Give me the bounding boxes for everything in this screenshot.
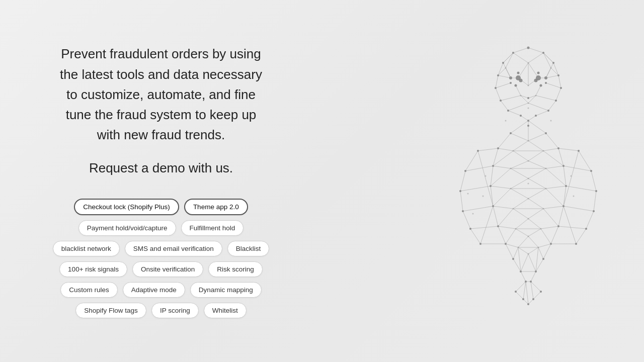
svg-line-190	[513, 247, 518, 259]
tag-shopify-flow[interactable]: Shopify Flow tags	[75, 303, 146, 318]
svg-line-34	[496, 75, 498, 88]
svg-line-32	[498, 63, 503, 75]
svg-line-158	[493, 206, 513, 209]
svg-line-109	[506, 244, 513, 259]
svg-line-97	[498, 133, 511, 148]
svg-line-178	[506, 229, 516, 244]
svg-line-189	[528, 247, 538, 254]
tag-ip-scoring[interactable]: IP scoring	[151, 303, 199, 318]
tag-sms-email[interactable]: SMS and email verification	[125, 241, 222, 256]
page-container: Prevent fraudulent orders by using the l…	[0, 0, 644, 362]
svg-line-147	[546, 186, 566, 189]
svg-line-107	[498, 226, 506, 244]
svg-line-41	[536, 111, 548, 116]
svg-line-54	[546, 75, 558, 78]
svg-line-99	[493, 148, 498, 166]
svg-line-206	[465, 151, 478, 171]
svg-point-204	[472, 213, 474, 215]
svg-line-188	[518, 247, 528, 254]
svg-line-117	[511, 133, 528, 141]
svg-line-142	[491, 168, 511, 186]
svg-line-167	[543, 209, 558, 226]
svg-line-146	[491, 186, 511, 189]
tag-row-6: Shopify Flow tags IP scoring Whitelist	[75, 303, 246, 318]
owl-illustration: .owl-line { stroke: #888; stroke-width: …	[433, 20, 624, 332]
tag-onsite-verification[interactable]: Onsite verification	[132, 261, 203, 277]
svg-line-51	[518, 63, 528, 78]
svg-line-215	[463, 206, 493, 211]
svg-line-124	[513, 141, 528, 151]
svg-line-225	[579, 151, 591, 171]
svg-line-154	[493, 189, 511, 206]
svg-line-148	[511, 178, 528, 189]
svg-line-131	[543, 151, 564, 166]
tags-container: Checkout lock (Shopify Plus) Theme app 2…	[40, 199, 282, 318]
svg-line-264	[498, 68, 506, 75]
tag-risk-scoring[interactable]: Risk scoring	[208, 261, 263, 277]
svg-point-17	[517, 72, 520, 74]
svg-line-165	[528, 209, 543, 219]
tag-row-3: blacklist network SMS and email verifica…	[53, 241, 269, 256]
svg-line-243	[523, 282, 526, 299]
svg-point-256	[550, 120, 552, 122]
svg-line-105	[493, 206, 498, 226]
svg-line-53	[498, 75, 511, 78]
svg-point-257	[528, 183, 529, 185]
tag-blacklist-network[interactable]: blacklist network	[53, 241, 120, 256]
tag-fulfillment-hold[interactable]: Fulfillment hold	[181, 220, 244, 236]
tag-dynamic-mapping[interactable]: Dynamic mapping	[190, 282, 262, 298]
svg-line-123	[543, 148, 558, 151]
owl-svg: .owl-line { stroke: #888; stroke-width: …	[433, 20, 624, 332]
svg-line-45	[528, 53, 543, 63]
svg-point-203	[467, 193, 469, 195]
svg-line-185	[528, 236, 538, 247]
svg-line-265	[551, 68, 558, 75]
svg-line-39	[548, 101, 556, 111]
svg-line-248	[523, 299, 528, 304]
tag-row-5: Custom rules Adaptive mode Dynamic mappi…	[60, 282, 262, 298]
tag-whitelist[interactable]: Whitelist	[204, 303, 247, 318]
svg-line-143	[546, 168, 566, 186]
tag-payment-hold[interactable]: Payment hold/void/capture	[78, 220, 176, 236]
svg-line-212	[478, 151, 493, 206]
svg-line-208	[460, 191, 463, 211]
svg-line-63	[501, 96, 521, 101]
tag-theme-app[interactable]: Theme app 2.0	[184, 199, 248, 215]
svg-line-266	[506, 68, 511, 78]
svg-line-44	[513, 53, 528, 63]
svg-line-153	[528, 189, 546, 199]
svg-line-114	[531, 272, 536, 282]
svg-point-261	[573, 196, 575, 197]
svg-line-233	[566, 186, 596, 191]
tag-risk-signals[interactable]: 100+ risk signals	[59, 261, 127, 277]
svg-line-262	[506, 53, 513, 68]
svg-line-182	[506, 244, 518, 247]
svg-line-64	[536, 96, 556, 101]
svg-line-210	[470, 229, 480, 244]
svg-line-226	[591, 171, 596, 191]
svg-line-43	[528, 116, 536, 121]
svg-line-135	[546, 166, 564, 168]
svg-line-209	[463, 211, 470, 229]
svg-line-128	[513, 151, 528, 161]
tag-custom-rules[interactable]: Custom rules	[60, 282, 118, 298]
tag-blacklist[interactable]: Blacklist	[227, 241, 270, 256]
svg-line-234	[564, 206, 594, 211]
svg-line-152	[511, 189, 528, 199]
tag-row-2: Payment hold/void/capture Fulfillment ho…	[78, 220, 244, 236]
svg-line-244	[526, 282, 528, 304]
svg-line-38	[501, 101, 508, 111]
svg-line-35	[558, 75, 561, 88]
svg-point-254	[528, 108, 529, 109]
tag-checkout-lock[interactable]: Checkout lock (Shopify Plus)	[74, 199, 179, 215]
svg-line-48	[543, 53, 553, 63]
svg-line-247	[516, 292, 523, 299]
svg-line-69	[528, 103, 548, 111]
svg-line-179	[541, 229, 551, 244]
svg-line-177	[528, 229, 541, 236]
tag-adaptive-mode[interactable]: Adaptive mode	[123, 282, 185, 298]
svg-point-259	[571, 175, 572, 177]
svg-line-184	[518, 236, 528, 247]
svg-line-242	[516, 282, 526, 292]
svg-line-36	[496, 88, 501, 101]
